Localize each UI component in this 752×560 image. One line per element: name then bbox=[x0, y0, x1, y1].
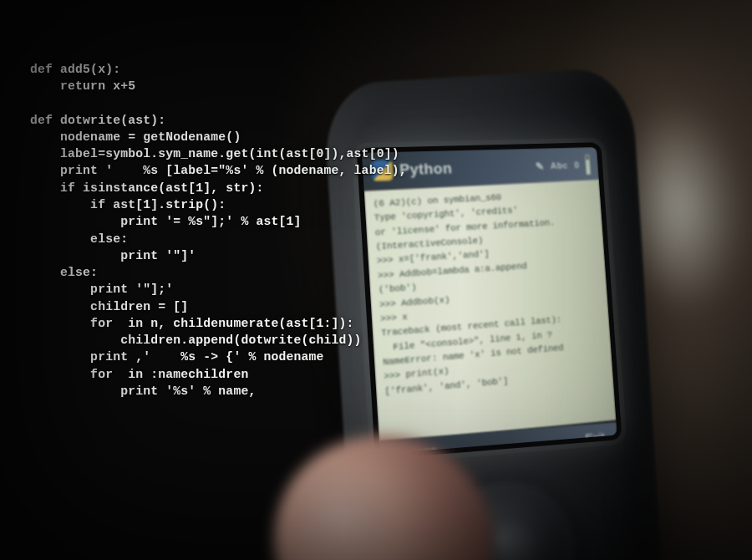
frame: Python ✎ Abc 0 (6 A2)(c) on symbian_s60 … bbox=[0, 0, 752, 560]
input-mode: Abc bbox=[550, 160, 568, 171]
battery-icon bbox=[585, 155, 591, 176]
clock: 0 bbox=[574, 160, 580, 171]
code-overlay: def add5(x): return x+5 def dotwrite(ast… bbox=[30, 61, 407, 400]
app-title: Python bbox=[399, 160, 453, 178]
status-right: ✎ Abc 0 bbox=[535, 155, 591, 176]
pencil-icon: ✎ bbox=[535, 160, 545, 171]
